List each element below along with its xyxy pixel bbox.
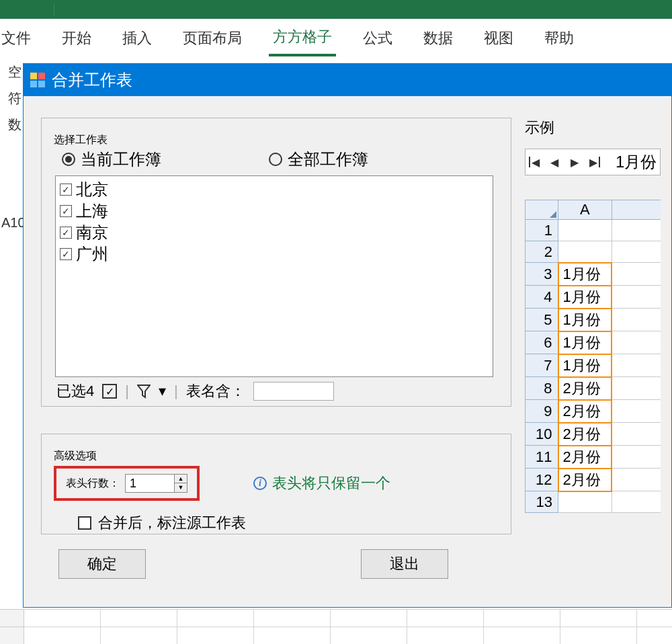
dialog-title: 合并工作表 (52, 69, 132, 91)
grid-cell[interactable]: 2月份 (558, 446, 612, 469)
grid-cell[interactable] (558, 241, 612, 263)
row-header[interactable]: 6 (526, 331, 558, 354)
worksheet-grid[interactable] (0, 609, 672, 644)
header-info: i 表头将只保留一个 (253, 473, 390, 493)
row-header[interactable]: 10 (526, 423, 558, 446)
row-header[interactable]: 7 (526, 354, 558, 377)
row-header[interactable]: 4 (526, 286, 558, 309)
grid-cell[interactable]: 1月份 (558, 331, 612, 354)
grid-cell[interactable] (558, 491, 612, 513)
name-contains-input[interactable] (253, 382, 334, 401)
row-header[interactable]: 1 (526, 220, 558, 241)
grid-cell[interactable]: 2月份 (558, 423, 612, 446)
list-item[interactable]: 南京 (60, 222, 489, 243)
row-header[interactable]: 11 (526, 446, 558, 469)
nav-prev-icon[interactable]: ◀ (546, 153, 563, 171)
nav-last-icon[interactable]: ▶ (586, 153, 603, 171)
tab-pagelayout[interactable]: 页面布局 (179, 22, 246, 55)
row-header[interactable]: 9 (526, 400, 558, 423)
checkbox-icon[interactable] (60, 248, 72, 260)
info-icon: i (253, 477, 267, 490)
tab-insert[interactable]: 插入 (118, 22, 156, 55)
selected-count-label: 已选4 (56, 381, 94, 401)
group-select-sheets-legend: 选择工作表 (54, 133, 499, 147)
merge-sheets-dialog: 合并工作表 选择工作表 当前工作簿 全部工作簿 (23, 63, 672, 608)
checkbox-icon[interactable] (60, 227, 72, 239)
header-rows-spinner[interactable]: ▲ ▼ (125, 474, 187, 493)
group-select-sheets: 选择工作表 当前工作簿 全部工作簿 北京 (41, 118, 511, 407)
row-header[interactable]: 2 (526, 241, 558, 263)
ribbon-tabs: 文件 开始 插入 页面布局 方方格子 公式 数据 视图 帮助 (0, 19, 672, 58)
dialog-titlebar[interactable]: 合并工作表 (24, 64, 671, 96)
row-header[interactable]: 3 (526, 263, 558, 286)
app-icon (30, 73, 45, 87)
spin-up[interactable]: ▲ (175, 475, 187, 483)
grid-cell[interactable]: 2月份 (558, 469, 612, 491)
tab-view[interactable]: 视图 (480, 22, 517, 55)
example-grid: A 1231月份41月份51月份61月份71月份82月份92月份102月份112… (525, 200, 661, 513)
name-box-value: A10 (0, 215, 23, 231)
list-item[interactable]: 上海 (60, 200, 489, 222)
cancel-button[interactable]: 退出 (361, 549, 448, 579)
grid-cell[interactable]: 1月份 (558, 354, 612, 377)
quick-access-toolbar (0, 0, 672, 19)
nav-next-icon[interactable]: ▶ (566, 153, 583, 171)
radio-all-workbooks[interactable]: 全部工作簿 (269, 149, 368, 170)
spin-down[interactable]: ▼ (175, 483, 187, 492)
list-item[interactable]: 广州 (60, 243, 489, 265)
nav-first-icon[interactable]: ◀ (526, 153, 543, 171)
list-toolbar: 已选4 | ▾ | 表名含： (56, 381, 499, 401)
header-rows-highlight: 表头行数： ▲ ▼ (54, 466, 200, 501)
tab-data[interactable]: 数据 (419, 22, 457, 55)
ok-button[interactable]: 确定 (58, 549, 146, 579)
header-rows-label: 表头行数： (66, 477, 120, 491)
row-header[interactable]: 13 (526, 491, 558, 513)
grid-cell[interactable] (558, 220, 612, 241)
tab-ffcell[interactable]: 方方格子 (269, 20, 336, 56)
name-contains-label: 表名含： (186, 381, 245, 401)
filter-icon[interactable] (137, 384, 151, 399)
select-all-toggle[interactable] (102, 384, 117, 399)
grid-cell[interactable]: 1月份 (558, 263, 612, 286)
grid-cell[interactable]: 2月份 (558, 400, 612, 423)
group-advanced: 高级选项 表头行数： ▲ ▼ i 表 (41, 434, 511, 534)
example-label: 示例 (525, 118, 661, 138)
header-rows-input[interactable] (126, 476, 174, 491)
mark-source-checkbox[interactable] (78, 516, 91, 530)
row-header[interactable]: 8 (526, 377, 558, 400)
row-header[interactable]: 5 (526, 309, 558, 331)
tab-file[interactable]: 文件 (0, 22, 35, 55)
grid-cell[interactable]: 1月份 (558, 309, 612, 331)
grid-corner[interactable] (526, 200, 558, 220)
left-gutter: 空 符 数 (0, 59, 23, 489)
grid-cell[interactable]: 1月份 (558, 286, 612, 309)
sheet-listbox[interactable]: 北京 上海 南京 广州 (55, 175, 493, 377)
col-header-a[interactable]: A (558, 200, 612, 220)
sheet-nav: ◀ ◀ ▶ ▶ 1月份 (525, 149, 661, 175)
tab-help[interactable]: 帮助 (540, 22, 578, 55)
grid-cell[interactable]: 2月份 (558, 377, 612, 400)
mark-source-label: 合并后，标注源工作表 (98, 513, 246, 533)
tab-home[interactable]: 开始 (58, 22, 95, 55)
group-advanced-legend: 高级选项 (54, 449, 499, 463)
checkbox-icon[interactable] (60, 184, 72, 196)
tab-formulas[interactable]: 公式 (359, 22, 396, 55)
row-header[interactable]: 12 (526, 469, 558, 491)
sheet-tab-name[interactable]: 1月份 (616, 151, 657, 173)
list-item[interactable]: 北京 (60, 179, 489, 200)
radio-current-workbook[interactable]: 当前工作簿 (62, 149, 161, 170)
checkbox-icon[interactable] (60, 205, 72, 217)
